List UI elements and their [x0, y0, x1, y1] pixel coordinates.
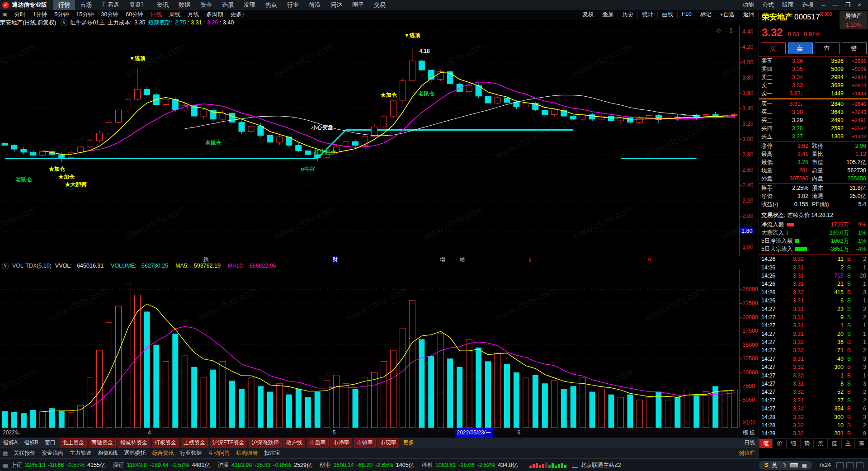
- chip-上榜资金[interactable]: 上榜资金: [181, 438, 208, 447]
- tool-叠加[interactable]: 叠加: [598, 11, 618, 19]
- restore-button[interactable]: [845, 3, 850, 7]
- bid-row-1[interactable]: 买二3.303643+3643: [759, 108, 868, 116]
- ime-icon-3[interactable]: ⌨: [790, 462, 798, 469]
- menu-item-6[interactable]: 资金: [195, 0, 217, 10]
- period-日线[interactable]: 日线: [147, 11, 165, 19]
- tick-list[interactable]: 14:263.3211B214:263.312S114:263.31715S20…: [759, 255, 868, 438]
- period-1分钟[interactable]: 1分钟: [29, 11, 51, 19]
- event-marker-财[interactable]: 财: [333, 256, 338, 263]
- tick-row-21[interactable]: 14:283.32201B8: [759, 429, 868, 438]
- index-科创[interactable]: 科创1083.61-28.06-2.52%434.8亿: [421, 462, 520, 469]
- panel-layout-icon[interactable]: ▣: [2, 12, 7, 18]
- menu-item-10[interactable]: 行业: [282, 0, 304, 10]
- tool-返回[interactable]: 返回: [739, 11, 759, 19]
- event-marker-§[interactable]: §: [528, 256, 531, 263]
- menu-item-2[interactable]: 〖看盘: [97, 0, 124, 10]
- menu-item-8[interactable]: 发现: [239, 0, 260, 10]
- chip-市盈率[interactable]: 市盈率: [307, 438, 329, 447]
- tick-row-16[interactable]: 14:273.3252B2: [759, 388, 868, 396]
- ask-row-0[interactable]: 卖五3.363596+3596: [759, 57, 868, 65]
- period-月线[interactable]: 月线: [184, 11, 203, 19]
- mini-tab-细[interactable]: 细: [787, 438, 800, 448]
- period-30分钟[interactable]: 30分钟: [97, 11, 122, 19]
- tick-row-4[interactable]: 14:263.32415B3: [759, 288, 868, 297]
- event-marker-S[interactable]: S: [647, 256, 651, 263]
- ask-row-3[interactable]: 卖二3.333689+2614: [759, 81, 868, 89]
- tab-行业数据[interactable]: 行业数据: [177, 449, 205, 457]
- input-method-bar[interactable]: S英☽⌨▦: [759, 461, 812, 470]
- back-arrow-button[interactable]: ←: [818, 0, 830, 10]
- tab-逐笔委托[interactable]: 逐笔委托: [121, 449, 149, 457]
- mini-tab-笔[interactable]: 笔: [759, 438, 773, 448]
- trade-button-卖[interactable]: 卖: [788, 42, 813, 54]
- ime-icon-4[interactable]: ▦: [802, 462, 807, 469]
- tick-row-8[interactable]: 14:273.311S1: [759, 321, 868, 330]
- ime-icon-0[interactable]: S: [764, 462, 768, 468]
- chip-两融资金[interactable]: 两融资金: [89, 438, 116, 447]
- mini-tab-主[interactable]: 主: [841, 438, 855, 448]
- tick-row-6[interactable]: 14:273.3123S2: [759, 305, 868, 313]
- tool-复权[interactable]: 复权: [578, 11, 598, 19]
- bid-row-2[interactable]: 买三3.292491+2491: [759, 116, 868, 124]
- trade-button-警[interactable]: 警: [842, 42, 867, 54]
- period-5分钟[interactable]: 5分钟: [51, 11, 72, 19]
- tick-row-0[interactable]: 14:263.3211B2: [759, 255, 868, 263]
- tab-窗口[interactable]: 窗口: [42, 439, 59, 447]
- menu-item-14[interactable]: 交易: [369, 0, 391, 10]
- tool-历史[interactable]: 历史: [618, 11, 637, 19]
- tab-指标B[interactable]: 指标B: [21, 439, 42, 447]
- menu-item-7[interactable]: 选股: [217, 0, 239, 10]
- period-分时[interactable]: 分时: [10, 11, 29, 19]
- ime-icon-2[interactable]: ☽: [781, 462, 786, 469]
- close-button[interactable]: ×: [854, 0, 865, 10]
- grid-icon[interactable]: ▦: [3, 462, 8, 469]
- menu-right-3[interactable]: 选项: [798, 0, 818, 10]
- chip-市现率[interactable]: 市现率: [377, 438, 399, 447]
- period-dropdown[interactable]: 日线: [744, 439, 755, 447]
- mini-tab-筹[interactable]: 筹: [855, 438, 868, 448]
- tab-more[interactable]: 更多: [400, 439, 417, 447]
- chevron-down-icon[interactable]: ∨: [61, 19, 67, 26]
- tool-+自选[interactable]: +自选: [716, 11, 739, 19]
- period-15分钟[interactable]: 15分钟: [72, 11, 97, 19]
- tick-row-2[interactable]: 14:263.31715S20: [759, 272, 868, 280]
- period-更多〉[interactable]: 更多〉: [227, 11, 251, 19]
- sidebar-toggle[interactable]: 侧边栏: [739, 449, 755, 457]
- chip-打板资金[interactable]: 打板资金: [152, 438, 179, 447]
- menu-right-2[interactable]: 版面: [778, 0, 798, 10]
- menu-right-1[interactable]: 公式: [758, 0, 778, 10]
- tick-row-7[interactable]: 14:273.319S2: [759, 313, 868, 321]
- bid-row-3[interactable]: 买四3.282592+2592: [759, 124, 868, 132]
- minimize-button[interactable]: —: [830, 0, 841, 10]
- index-深证[interactable]: 深证11843.8-189.44-1.57%4481亿: [113, 462, 213, 469]
- event-marker-增[interactable]: 增: [440, 256, 445, 263]
- menu-item-1[interactable]: 市场: [75, 0, 97, 10]
- server-status[interactable]: 北京联通主站Z2: [572, 462, 621, 469]
- menu-item-0[interactable]: 行情: [53, 0, 75, 10]
- menu-right-0[interactable]: 功能: [738, 0, 758, 10]
- index-创业[interactable]: 创业2508.14-68.20-2.65%1405亿: [320, 462, 417, 469]
- tab-主力轨迹[interactable]: 主力轨迹: [66, 449, 94, 457]
- tab-综合资讯[interactable]: 综合资讯: [149, 449, 177, 457]
- menu-item-9[interactable]: 热点: [260, 0, 282, 10]
- chip-增减持资金[interactable]: 增减持资金: [118, 438, 150, 447]
- template-button[interactable]: 模 板: [743, 428, 755, 438]
- ime-icon-1[interactable]: 英: [772, 462, 778, 469]
- tray-icon-2[interactable]: [846, 462, 854, 468]
- tick-row-9[interactable]: 14:273.3120S1: [759, 330, 868, 338]
- chart-mini-icons[interactable]: ◇ ▯: [717, 27, 736, 33]
- bid-row-0[interactable]: 买一3.31↓2840+2840: [759, 100, 868, 108]
- period-60分钟[interactable]: 60分钟: [122, 11, 147, 19]
- kline-chart[interactable]: ◇ ▯ ▼逃顶▼逃顶4.18★加仓★加仓★大胆搏老鼠仓老鼠仓老鼠仓小心变盘红牛起…: [0, 26, 739, 256]
- chip-市销率[interactable]: 市销率: [354, 438, 376, 447]
- index-沪深[interactable]: 沪深4183.98-35.83-0.85%2529亿: [217, 462, 315, 469]
- trade-button-查[interactable]: 查: [815, 42, 840, 54]
- chip-沪深ETF资金[interactable]: 沪深ETF资金: [210, 438, 247, 447]
- event-marker-精[interactable]: 精: [460, 256, 465, 263]
- tick-row-17[interactable]: 14:273.3127S2: [759, 396, 868, 405]
- tick-row-11[interactable]: 14:273.3271B2: [759, 346, 868, 354]
- tab-相似K线[interactable]: 相似K线: [94, 449, 121, 457]
- menu-item-12[interactable]: 问达: [326, 0, 347, 10]
- menu-item-11[interactable]: 前沿: [304, 0, 326, 10]
- menu-item-5[interactable]: 数据: [174, 0, 195, 10]
